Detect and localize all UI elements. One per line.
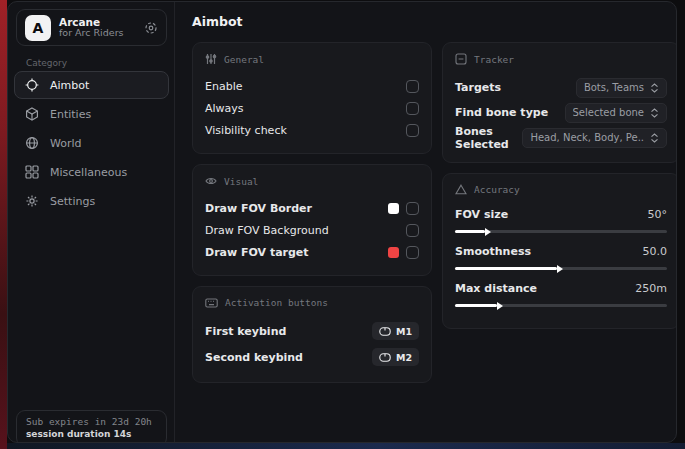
keyboard-icon (205, 298, 218, 308)
setting-label: Find bone type (455, 106, 548, 119)
panel-general: General Enable Always Visibility check (192, 42, 432, 154)
setting-row-max-distance: Max distance 250m (455, 279, 667, 307)
panel-tracker: Tracker Targets Bots, Teams (442, 42, 677, 163)
session-duration-text: session duration 14s (26, 429, 157, 439)
slider-value: 50° (648, 208, 668, 221)
logo-card: A Arcane for Arc Riders (16, 9, 167, 46)
unfold-icon (650, 133, 659, 143)
sub-expiry-text: Sub expires in 23d 20h (26, 416, 157, 427)
sidebar-item-world[interactable]: World (14, 129, 169, 157)
dropdown-value: Selected bone (573, 107, 644, 118)
cube-icon (25, 107, 39, 121)
grid-icon (25, 165, 39, 179)
slider-fill (455, 230, 485, 233)
app-window: A Arcane for Arc Riders Category (7, 1, 677, 443)
setting-label: Bones Selected (455, 125, 522, 151)
panel-title: Activation buttons (225, 297, 328, 308)
setting-row-draw-fov-background: Draw FOV Background (205, 219, 419, 241)
panel-activation-buttons: Activation buttons First keybind M1 (192, 286, 432, 383)
visibility-check-checkbox[interactable] (406, 124, 419, 137)
enable-checkbox[interactable] (406, 80, 419, 93)
mouse-icon (379, 353, 391, 362)
setting-label: Always (205, 102, 244, 115)
sidebar-item-label: Miscellaneous (50, 166, 127, 179)
setting-row-targets: Targets Bots, Teams (455, 75, 667, 100)
setting-row-first-keybind: First keybind M1 (205, 318, 419, 344)
crosshair-icon (25, 78, 39, 92)
app-logo: A (25, 15, 51, 41)
eye-icon (205, 175, 217, 187)
unfold-icon (650, 108, 659, 118)
sidebar-item-label: Entities (50, 108, 91, 121)
sidebar-item-settings[interactable]: Settings (14, 187, 169, 215)
setting-row-find-bone-type: Find bone type Selected bone (455, 100, 667, 125)
sidebar: A Arcane for Arc Riders Category (8, 2, 175, 442)
unfold-icon (650, 83, 659, 93)
second-keybind-button[interactable]: M2 (372, 348, 419, 366)
max-distance-slider[interactable] (455, 304, 667, 307)
scan-icon (455, 53, 467, 65)
screen-edge-red-strip (0, 0, 7, 449)
draw-fov-target-checkbox[interactable] (406, 246, 419, 259)
smoothness-slider[interactable] (455, 267, 667, 270)
panel-title: Visual (224, 176, 258, 187)
panel-title: Accuracy (474, 184, 520, 195)
color-swatch-white[interactable] (388, 203, 399, 214)
setting-label: Max distance (455, 282, 537, 295)
sidebar-nav: Aimbot Entities World (14, 71, 169, 216)
sliders-icon (205, 53, 217, 65)
slider-value: 50.0 (643, 245, 668, 258)
keybind-value: M1 (396, 326, 412, 337)
sidebar-item-aimbot[interactable]: Aimbot (14, 71, 169, 99)
setting-row-draw-fov-border: Draw FOV Border (205, 197, 419, 219)
sidebar-item-label: Settings (50, 195, 95, 208)
setting-label: Draw FOV Background (205, 224, 329, 237)
find-bone-type-dropdown[interactable]: Selected bone (565, 103, 667, 123)
setting-row-fov-size: FOV size 50° (455, 205, 667, 233)
setting-row-second-keybind: Second keybind M2 (205, 344, 419, 370)
panel-title: Tracker (474, 54, 514, 65)
panel-accuracy: Accuracy FOV size 50° Smoothness (442, 173, 677, 329)
gear-icon (25, 194, 39, 208)
setting-row-bones-selected: Bones Selected Head, Neck, Body, Pe.. (455, 125, 667, 150)
subscription-card: Sub expires in 23d 20h session duration … (16, 410, 167, 443)
panel-title: General (224, 54, 264, 65)
setting-row-draw-fov-target: Draw FOV target (205, 241, 419, 263)
sidebar-item-miscellaneous[interactable]: Miscellaneous (14, 158, 169, 186)
globe-icon (25, 136, 39, 150)
always-checkbox[interactable] (406, 102, 419, 115)
sidebar-item-entities[interactable]: Entities (14, 100, 169, 128)
sidebar-item-label: World (50, 137, 82, 150)
color-swatch-red[interactable] (388, 247, 399, 258)
setting-label: Draw FOV Border (205, 202, 312, 215)
setting-row-enable: Enable (205, 75, 419, 97)
setting-label: Smoothness (455, 245, 531, 258)
bones-selected-dropdown[interactable]: Head, Neck, Body, Pe.. (522, 128, 667, 148)
setting-label: Draw FOV target (205, 246, 309, 259)
setting-row-visibility-check: Visibility check (205, 119, 419, 141)
targets-dropdown[interactable]: Bots, Teams (576, 78, 667, 98)
gear-icon[interactable] (144, 21, 158, 35)
setting-row-smoothness: Smoothness 50.0 (455, 242, 667, 270)
slider-fill (455, 267, 557, 270)
fov-size-slider[interactable] (455, 230, 667, 233)
app-subtitle: for Arc Riders (59, 28, 136, 39)
setting-label: FOV size (455, 208, 508, 221)
main-content: Aimbot General Enable (175, 2, 677, 442)
setting-label: Targets (455, 81, 501, 94)
setting-label: First keybind (205, 325, 286, 338)
first-keybind-button[interactable]: M1 (372, 322, 419, 340)
slider-fill (455, 304, 497, 307)
draw-fov-border-checkbox[interactable] (406, 202, 419, 215)
setting-row-always: Always (205, 97, 419, 119)
screen-edge-blue-strip (7, 443, 685, 449)
dropdown-value: Bots, Teams (584, 82, 644, 93)
keybind-value: M2 (396, 352, 412, 363)
page-title: Aimbot (192, 14, 677, 29)
setting-label: Visibility check (205, 124, 287, 137)
dropdown-value: Head, Neck, Body, Pe.. (530, 132, 644, 143)
slider-value: 250m (635, 282, 667, 295)
setting-label: Enable (205, 80, 242, 93)
draw-fov-background-checkbox[interactable] (406, 224, 419, 237)
triangle-icon (455, 184, 467, 195)
